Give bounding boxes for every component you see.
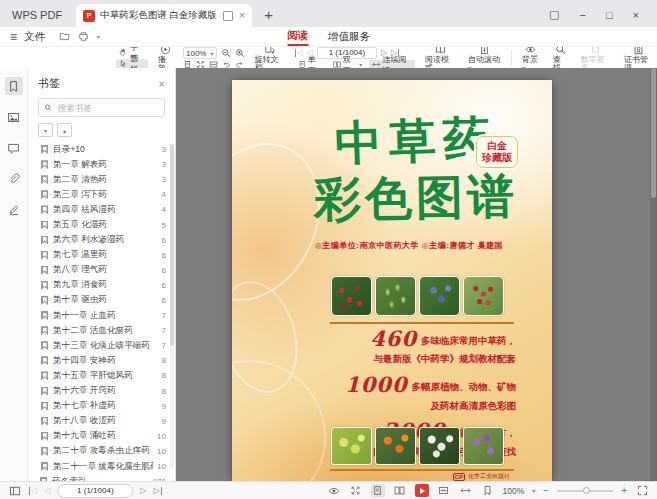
tab-title: 中草药彩色图谱 白金珍藏版	[100, 9, 218, 22]
bookmark-label: 目录+10	[53, 144, 158, 156]
fullscreen-icon[interactable]	[635, 484, 649, 497]
bookmark-icon[interactable]	[481, 484, 495, 497]
expand-all-icon[interactable]: ▾	[38, 123, 53, 137]
quick-tools-caret-icon[interactable]: ▾	[97, 33, 100, 40]
fit-width-icon[interactable]	[437, 484, 451, 497]
zoom-in-button[interactable]: +	[621, 486, 627, 496]
bookmark-item[interactable]: 第十三章 化痰止咳平喘药7	[28, 338, 175, 353]
first-page-icon[interactable]: ◁	[295, 49, 303, 57]
minimize-icon[interactable]: −	[579, 9, 585, 21]
new-tab-button[interactable]: +	[264, 6, 273, 23]
tab-close-icon[interactable]: ×	[239, 10, 245, 21]
app-home-button[interactable]: WPS PDF	[0, 9, 76, 27]
tab-preview-icon[interactable]	[223, 11, 233, 21]
file-menu[interactable]: 文件	[24, 30, 45, 44]
bookmark-icon	[41, 387, 48, 396]
bookmark-page-number: 9	[162, 402, 166, 411]
bookmark-item[interactable]: 第九章 消食药6	[28, 278, 175, 293]
bookmark-item[interactable]: 第十一章 止血药7	[28, 308, 175, 323]
bookmark-label: 第三章 泻下药	[53, 189, 158, 201]
bookmark-item[interactable]: 第四章 祛风湿药4	[28, 202, 175, 217]
next-page-icon[interactable]: ▷	[140, 487, 146, 495]
bookmark-item[interactable]: 第十五章 平肝熄风药8	[28, 368, 175, 383]
select-tool-button[interactable]: 选择	[116, 59, 148, 69]
bookmark-item[interactable]: 第十八章 收涩药9	[28, 414, 175, 429]
bookmark-item[interactable]: 第七章 温里药6	[28, 248, 175, 263]
document-viewer[interactable]: 中草药 彩色图谱 白金 珍藏版 ◎主编单位:南京中医药大学 ◎主编:唐德才 巢建…	[176, 68, 657, 481]
bookmarks-panel-icon[interactable]	[5, 77, 23, 95]
bookmark-icon	[41, 221, 48, 230]
bookmark-item[interactable]: 第十六章 开窍药8	[28, 384, 175, 399]
bookmark-page-number: 4	[162, 190, 166, 199]
comments-panel-icon[interactable]	[5, 139, 23, 157]
bookmark-item[interactable]: 第二十章 攻毒杀虫止痒药10	[28, 444, 175, 459]
bookmark-item[interactable]: 第二章 清热药3	[28, 172, 175, 187]
bookmark-item[interactable]: 第十四章 安神药8	[28, 353, 175, 368]
last-page-icon[interactable]: ▷	[153, 487, 161, 495]
double-page-icon[interactable]	[393, 484, 407, 497]
print-icon[interactable]	[78, 31, 89, 42]
signature-panel-icon[interactable]	[5, 201, 23, 219]
zoom-slider-knob[interactable]	[583, 487, 590, 494]
zoom-caret-icon[interactable]: ▾	[532, 487, 535, 494]
collapse-all-icon[interactable]: ▴	[57, 123, 72, 137]
tab-services[interactable]: 增值服务	[328, 27, 370, 46]
panel-scrollbar[interactable]	[170, 144, 174, 469]
single-page-icon[interactable]	[371, 484, 385, 497]
viewer-scrollbar[interactable]	[650, 68, 657, 481]
bookmark-item[interactable]: ▸药名索引978	[28, 474, 175, 481]
bookmark-item[interactable]: 第六章 利水渗湿药6	[28, 233, 175, 248]
bookmark-label: 第二章 清热药	[53, 174, 158, 186]
document-tab[interactable]: P 中草药彩色图谱 白金珍藏版 ×	[76, 4, 252, 27]
thumbnails-panel-icon[interactable]	[5, 108, 23, 126]
plant-photo	[463, 427, 504, 465]
page-number-input[interactable]	[57, 484, 133, 498]
bookmark-label: 第八章 理气药	[53, 264, 158, 276]
bookmark-item[interactable]: 第十七章 补虚药9	[28, 399, 175, 414]
maximize-icon[interactable]: □	[606, 9, 613, 21]
bookmark-label: 第九章 消食药	[53, 279, 158, 291]
plant-photo	[463, 276, 504, 316]
zoom-out-button[interactable]: −	[543, 486, 549, 496]
bookmark-item[interactable]: 目录+103	[28, 142, 175, 157]
bookmark-page-number: 8	[162, 371, 166, 380]
panel-close-icon[interactable]: ×	[159, 78, 165, 90]
bookmark-search[interactable]	[38, 98, 165, 117]
prev-page-icon[interactable]: ◁	[44, 487, 50, 495]
main-menu-icon[interactable]: ≡	[10, 30, 17, 44]
bookmark-item[interactable]: 第五章 化湿药5	[28, 217, 175, 232]
bookmark-item[interactable]: 第三章 泻下药4	[28, 187, 175, 202]
tab-reading[interactable]: 阅读	[287, 27, 308, 46]
window-layout-icon[interactable]: ▢	[549, 8, 559, 21]
bookmark-page-number: 3	[162, 145, 166, 154]
zoom-level[interactable]: 100%	[503, 486, 525, 496]
fullwindow-icon[interactable]	[349, 484, 363, 497]
bookmarks-panel: 书签 × ▾ ▴ 目录+103第一章 解表药3第二章 清热药3第三章 泻下药4第…	[28, 68, 176, 481]
bookmark-item[interactable]: 第二十一章 拔毒化腐生肌药10	[28, 459, 175, 474]
bookmark-icon	[41, 296, 48, 305]
plant-photo	[331, 276, 372, 316]
zoom-in-icon[interactable]	[235, 48, 245, 58]
bookmark-label: 第四章 祛风湿药	[53, 204, 158, 216]
attachments-panel-icon[interactable]	[5, 170, 23, 188]
bookmark-item[interactable]: 第十章 驱虫药6	[28, 293, 175, 308]
bookmark-item[interactable]: 第八章 理气药6	[28, 263, 175, 278]
background-icon[interactable]	[327, 484, 341, 497]
bookmark-label: 第十三章 化痰止咳平喘药	[53, 340, 158, 352]
cover-title: 中草药 彩色图谱	[232, 116, 552, 223]
bookmark-label: 第十九章 涌吐药	[53, 430, 153, 442]
zoom-out-icon[interactable]	[221, 48, 231, 58]
window-close-icon[interactable]: ×	[633, 9, 639, 21]
bookmark-item[interactable]: 第一章 解表药3	[28, 157, 175, 172]
bookmark-label: 第五章 化湿药	[53, 219, 158, 231]
play-button[interactable]	[415, 484, 429, 497]
zoom-slider[interactable]	[557, 490, 613, 492]
zoom-select[interactable]: 100%▾	[183, 47, 216, 59]
first-page-icon[interactable]: ◁	[29, 487, 37, 495]
bookmark-search-input[interactable]	[56, 102, 159, 114]
toggle-sidebar-icon[interactable]	[8, 484, 22, 497]
bookmark-item[interactable]: 第十九章 涌吐药10	[28, 429, 175, 444]
continuous-icon[interactable]	[459, 484, 473, 497]
open-file-icon[interactable]	[59, 31, 70, 42]
bookmark-item[interactable]: 第十二章 活血化瘀药7	[28, 323, 175, 338]
